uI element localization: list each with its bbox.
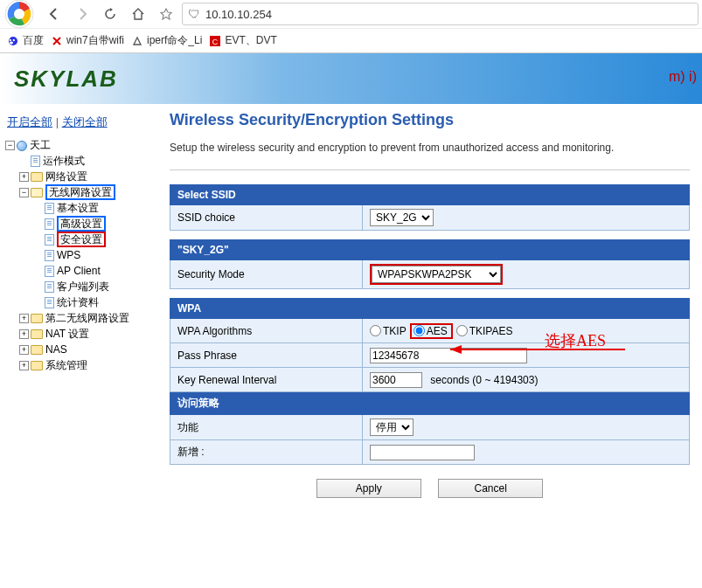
access-add-input[interactable] [370, 445, 475, 460]
folder-icon [31, 345, 43, 355]
globe-icon [17, 141, 27, 151]
tree-advanced[interactable]: 高级设置 [57, 216, 106, 232]
bookmark-iperf[interactable]: iperf命令_Li [131, 33, 202, 48]
tree-wireless[interactable]: 无线网路设置 [45, 184, 115, 200]
expander-icon[interactable]: + [19, 345, 29, 355]
cancel-button[interactable]: Cancel [438, 479, 543, 498]
expander-icon[interactable]: + [19, 172, 29, 182]
radio-tkipaes-label: TKIPAES [469, 325, 513, 337]
page-icon [45, 218, 54, 230]
back-button[interactable] [42, 2, 66, 26]
passphrase-label: Pass Phrase [170, 343, 363, 368]
expander-icon[interactable]: − [19, 188, 29, 197]
table-ssid-detail: "SKY_2G" Security Mode WPAPSKWPA2PSK [170, 239, 690, 289]
access-func-select[interactable]: 停用 [370, 419, 414, 436]
passphrase-input[interactable] [370, 348, 527, 363]
folder-icon [31, 172, 43, 182]
page-icon [45, 297, 54, 308]
bookmark-win7wifi[interactable]: win7自带wifi [51, 33, 124, 48]
renewal-label: Key Renewal Interval [170, 368, 363, 392]
wpa-algo-label: WPA Algorithms [170, 319, 363, 343]
tree-security[interactable]: 安全设置 [57, 232, 106, 247]
favorite-button[interactable] [154, 2, 178, 26]
ssid-choice-label: SSID choice [170, 205, 363, 231]
tree-netsettings[interactable]: 网络设置 [45, 170, 87, 183]
svg-point-1 [14, 9, 24, 19]
access-func-label: 功能 [170, 415, 363, 440]
tree-controls: 开启全部 | 关闭全部 [3, 107, 154, 137]
radio-tkipaes[interactable] [456, 325, 468, 336]
browser-chrome: 🛡 10.10.10.254 百度 win7自带wifi iperf命令_Li … [0, 0, 702, 53]
forward-button[interactable] [70, 2, 94, 26]
page-banner: SKYLAB m) i) [0, 53, 702, 104]
bookmark-label: iperf命令_Li [147, 33, 202, 48]
shield-icon: 🛡 [188, 7, 200, 21]
divider [170, 169, 690, 170]
access-add-label: 新增 : [170, 440, 363, 465]
table-select-ssid: Select SSID SSID choice SKY_2G [170, 184, 690, 231]
tree-nat[interactable]: NAT 设置 [45, 328, 89, 340]
tree-opmode[interactable]: 运作模式 [43, 155, 85, 167]
tree-root[interactable]: 天工 [30, 139, 51, 151]
section-header: WPA [170, 299, 690, 319]
open-all-link[interactable]: 开启全部 [7, 115, 52, 128]
bookmark-baidu[interactable]: 百度 [7, 33, 44, 48]
section-header: "SKY_2G" [170, 240, 690, 260]
tree-clients[interactable]: 客户端列表 [57, 280, 109, 293]
tree-stats[interactable]: 统计资料 [57, 296, 99, 308]
page-icon [45, 250, 54, 261]
table-wpa: WPA WPA Algorithms TKIP AES TKIPAES Pass… [170, 298, 690, 465]
page-icon [45, 281, 54, 293]
tree-basic[interactable]: 基本设置 [57, 202, 99, 214]
nav-tree: −天工 运作模式 +网络设置 −无线网路设置 基本设置 高级设置 安全设置 WP… [3, 137, 154, 373]
svg-text:C: C [212, 38, 219, 46]
radio-tkip[interactable] [370, 325, 381, 336]
radio-aes[interactable] [414, 325, 425, 336]
page-icon [45, 234, 54, 246]
reload-button[interactable] [98, 2, 122, 26]
browser-logo-icon [3, 0, 35, 30]
bookmark-label: 百度 [23, 33, 44, 48]
tree-sysadmin[interactable]: 系统管理 [45, 359, 87, 371]
home-button[interactable] [126, 2, 150, 26]
folder-icon [31, 329, 43, 339]
security-mode-label: Security Mode [170, 260, 363, 289]
radio-aes-label: AES [427, 325, 448, 337]
apply-button[interactable]: Apply [316, 479, 421, 498]
expander-icon[interactable]: + [19, 361, 29, 370]
close-all-link[interactable]: 关闭全部 [62, 115, 108, 128]
ssid-choice-select[interactable]: SKY_2G [370, 209, 434, 226]
url-box[interactable]: 🛡 10.10.10.254 [182, 3, 699, 25]
page-icon [45, 203, 54, 214]
bookmark-evt[interactable]: CEVT、DVT [209, 33, 276, 48]
expander-icon[interactable]: − [5, 141, 15, 150]
banner-right-text: m) i) [669, 69, 697, 85]
folder-open-icon [31, 188, 43, 197]
url-text: 10.10.10.254 [205, 8, 272, 21]
bookmark-label: win7自带wifi [66, 33, 124, 48]
tree-wireless2[interactable]: 第二无线网路设置 [45, 312, 129, 324]
tree-nas[interactable]: NAS [45, 343, 67, 356]
expander-icon[interactable]: + [19, 329, 29, 339]
tree-wps[interactable]: WPS [57, 249, 80, 261]
access-header: 访问策略 [170, 392, 690, 415]
page-title: Wireless Security/Encryption Settings [170, 111, 690, 129]
main-content: Wireless Security/Encryption Settings Se… [157, 104, 702, 515]
sidebar: 开启全部 | 关闭全部 −天工 运作模式 +网络设置 −无线网路设置 基本设置 … [0, 104, 157, 515]
radio-tkip-label: TKIP [383, 325, 407, 337]
section-header: Select SSID [170, 185, 690, 205]
folder-icon [31, 314, 43, 323]
logo-text: SKYLAB [9, 66, 118, 93]
renewal-input[interactable] [370, 372, 422, 388]
bookmark-label: EVT、DVT [225, 33, 276, 48]
security-mode-select[interactable]: WPAPSKWPA2PSK [372, 266, 501, 283]
button-row: Apply Cancel [170, 479, 690, 498]
page-icon [31, 156, 40, 167]
expander-icon[interactable]: + [19, 314, 29, 323]
renewal-suffix: seconds (0 ~ 4194303) [430, 374, 538, 386]
folder-icon [31, 361, 43, 370]
page-description: Setup the wireless security and encrypti… [170, 142, 690, 154]
bookmarks-bar: 百度 win7自带wifi iperf命令_Li CEVT、DVT [0, 28, 702, 52]
page-icon [45, 266, 54, 277]
tree-apclient[interactable]: AP Client [57, 265, 101, 277]
